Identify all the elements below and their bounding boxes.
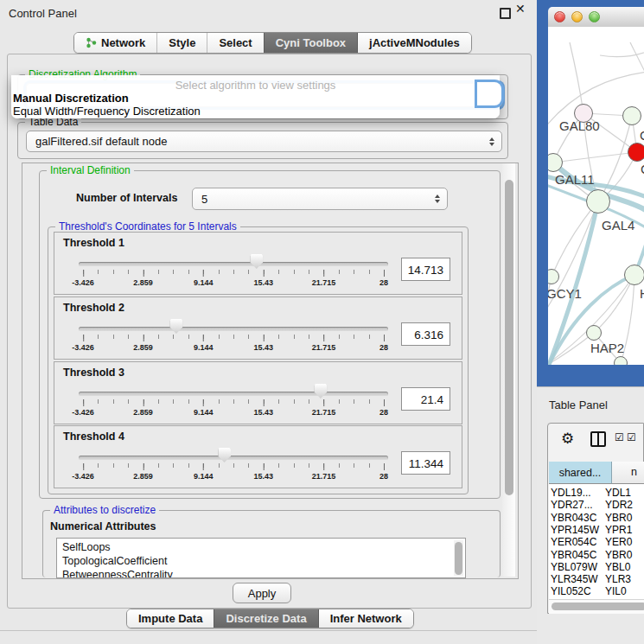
table-row[interactable]: YDR27...YDR2 — [549, 499, 644, 511]
column-header-name[interactable]: n — [612, 462, 644, 484]
table-row[interactable]: YBR043CYBR0 — [549, 512, 644, 524]
cell-name[interactable]: YBR0 — [605, 549, 632, 561]
cell-name[interactable]: YBR0 — [605, 512, 632, 524]
attribute-list-item[interactable]: BetweennessCentrality — [62, 569, 173, 578]
cell-shared-name[interactable]: YIL052C — [551, 585, 591, 597]
tab-discretize-data[interactable]: Discretize Data — [214, 609, 317, 628]
threshold-2-label: Threshold 2 — [63, 302, 124, 314]
threshold-1-value-field[interactable]: 14.713 — [401, 258, 450, 281]
cell-name[interactable]: YLR3 — [605, 573, 631, 585]
network-window-titlebar[interactable] — [548, 7, 644, 28]
threshold-3-value-field[interactable]: 21.4 — [401, 387, 450, 411]
network-canvas[interactable]: GAL80GACGAL11GAL4GCY1HAHAP2 — [548, 27, 644, 365]
tab-network[interactable]: Network — [74, 33, 156, 53]
close-icon[interactable]: ✕ — [515, 2, 526, 16]
float-panel-icon[interactable] — [500, 8, 511, 19]
table-row[interactable]: YBR045CYBR0 — [549, 549, 644, 561]
cell-shared-name[interactable]: YBR043C — [551, 512, 596, 524]
tab-discretize-data-label: Discretize Data — [226, 612, 306, 625]
slider-tick-label: 15.43 — [254, 343, 274, 352]
close-traffic-light-icon[interactable] — [554, 11, 565, 22]
control-panel-window: Control Panel ✕ Network Style Select — [0, 0, 537, 644]
slider-tick-label: 2.859 — [133, 408, 153, 417]
numerical-attributes-list[interactable]: SelfLoopsTopologicalCoefficientBetweenne… — [56, 538, 466, 578]
cell-shared-name[interactable]: YBR045C — [551, 549, 596, 561]
tab-impute-data[interactable]: Impute Data — [127, 609, 214, 628]
network-node[interactable] — [628, 143, 644, 162]
table-row[interactable]: YIL052CYIL0 — [549, 585, 644, 597]
number-of-intervals-label: Number of Intervals — [76, 192, 177, 204]
threshold-4-slider-thumb[interactable] — [218, 448, 231, 462]
slider-tick-label: 9.144 — [194, 408, 214, 417]
cell-name[interactable]: YDR2 — [605, 499, 633, 511]
interval-definition-title: Interval Definition — [47, 164, 134, 176]
apply-button[interactable]: Apply — [233, 583, 291, 603]
threshold-2-value-field[interactable]: 6.316 — [401, 322, 450, 346]
slider-tick-label: 28 — [379, 408, 388, 417]
network-node[interactable] — [586, 189, 610, 214]
gear-icon[interactable]: ⚙ — [561, 430, 574, 447]
minimize-traffic-light-icon[interactable] — [571, 11, 583, 22]
cell-shared-name[interactable]: YPR145W — [551, 524, 599, 536]
threshold-3-label: Threshold 3 — [63, 367, 124, 379]
slider-tick-label: -3.426 — [72, 343, 94, 352]
checkbox-icon[interactable]: ☑ — [627, 431, 636, 443]
slider-scale: -3.4262.8599.14415.4321.71528 — [83, 335, 384, 354]
tab-select-label: Select — [219, 36, 252, 49]
cell-shared-name[interactable]: YLR345W — [551, 573, 598, 585]
tab-infer-network[interactable]: Infer Network — [318, 609, 413, 628]
attribute-list-item[interactable]: SelfLoops — [62, 541, 111, 553]
column-header-shared-name[interactable]: shared... — [549, 462, 612, 484]
tab-select[interactable]: Select — [207, 33, 263, 53]
table-row[interactable]: YBL079WYBL0 — [549, 561, 644, 573]
cell-shared-name[interactable]: YBL079W — [551, 561, 597, 573]
list-scrollbar-thumb[interactable] — [455, 542, 462, 575]
algorithm-option-manual[interactable]: Manual Discretization — [13, 92, 129, 105]
thresholds-group-title: Threshold's Coordinates for 5 Intervals — [55, 220, 240, 233]
cell-name[interactable]: YDL1 — [605, 487, 631, 499]
attributes-group-title: Attributes to discretize — [50, 504, 159, 516]
number-of-intervals-combobox[interactable]: 5 — [192, 188, 448, 210]
table-row[interactable]: YDL19...YDL1 — [549, 487, 644, 499]
table-hscrollbar-track[interactable] — [549, 599, 644, 614]
threshold-3-slider-thumb[interactable] — [314, 384, 327, 399]
threshold-1-slider-thumb[interactable] — [250, 254, 263, 269]
window-bottom-edge — [0, 630, 537, 631]
combo-stepper-icon — [435, 194, 440, 203]
table-row[interactable]: YLR345WYLR3 — [549, 573, 644, 585]
attribute-list-item[interactable]: TopologicalCoefficient — [62, 555, 167, 567]
network-node-label: C — [641, 162, 644, 176]
network-node[interactable] — [622, 106, 641, 125]
table-data-value: galFiltered.sif default node — [35, 131, 167, 151]
network-node[interactable] — [586, 325, 602, 341]
columns-icon[interactable] — [590, 431, 606, 447]
cell-name[interactable]: YPR1 — [605, 524, 632, 536]
checkbox-icon[interactable]: ☑ — [615, 431, 624, 443]
screen: Control Panel ✕ Network Style Select — [0, 0, 644, 644]
tab-jactivemnodules[interactable]: jActiveMNodules — [357, 33, 471, 53]
table-row[interactable]: YER054CYER0 — [549, 536, 644, 548]
table-data-combobox[interactable]: galFiltered.sif default node — [26, 131, 502, 152]
network-node[interactable] — [624, 265, 644, 285]
network-node[interactable] — [614, 356, 628, 365]
tab-network-label: Network — [101, 36, 145, 49]
threshold-4-value-field[interactable]: 11.344 — [401, 451, 450, 475]
threshold-2-slider-thumb[interactable] — [169, 319, 182, 334]
tab-cyni-toolbox[interactable]: Cyni Toolbox — [264, 33, 357, 53]
algorithm-dropdown-popup: Select algorithm to view settings Manual… — [11, 75, 500, 118]
node-table: ⚙ ☑ ☑ shared... n YDL19...YDL1YDR27...YD… — [547, 423, 644, 614]
cell-name[interactable]: YER0 — [605, 536, 632, 548]
algorithm-placeholder-option[interactable]: Select algorithm to view settings — [11, 79, 500, 92]
table-row[interactable]: YPR145WYPR1 — [549, 524, 644, 536]
tab-style[interactable]: Style — [156, 33, 207, 53]
zoom-traffic-light-icon[interactable] — [589, 11, 600, 22]
cell-name[interactable]: YIL0 — [605, 585, 627, 597]
cell-name[interactable]: YBL0 — [605, 561, 630, 573]
cell-shared-name[interactable]: YDL19... — [551, 487, 591, 499]
settings-scrollbar-thumb[interactable] — [505, 180, 513, 495]
cell-shared-name[interactable]: YER054C — [551, 536, 596, 548]
cell-shared-name[interactable]: YDR27... — [551, 499, 593, 511]
algorithm-option-equal-width[interactable]: Equal Width/Frequency Discretization — [13, 105, 201, 118]
table-hscrollbar-thumb[interactable] — [552, 603, 644, 610]
slider-tick-label: 15.43 — [254, 472, 274, 481]
